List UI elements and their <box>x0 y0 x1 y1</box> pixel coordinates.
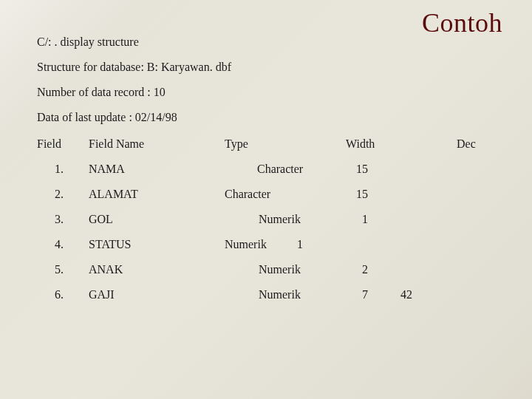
table-row: 6. GAJI Numerik 7 42 <box>37 288 502 313</box>
row-width: 1 <box>362 213 368 226</box>
header-width: Width <box>346 137 375 151</box>
row-field-name: GAJI <box>89 288 115 301</box>
table-row: 2. ALAMAT Character 15 <box>37 188 502 213</box>
table-row: 5. ANAK Numerik 2 <box>37 263 502 288</box>
row-width: 7 <box>362 288 368 301</box>
row-number: 4. <box>55 238 64 251</box>
database-line: Structure for database: B: Karyawan. dbf <box>37 61 231 74</box>
row-type: Numerik <box>259 263 301 276</box>
row-type: Numerik <box>225 238 267 251</box>
row-number: 3. <box>55 213 64 226</box>
header-type: Type <box>225 137 248 151</box>
table-row: 4. STATUS Numerik 1 <box>37 238 502 263</box>
row-type: Numerik <box>259 288 301 301</box>
row-number: 6. <box>55 288 64 301</box>
row-type: Character <box>225 188 270 201</box>
row-width: 15 <box>356 163 368 176</box>
row-type: Character <box>257 163 303 176</box>
row-number: 5. <box>55 263 64 276</box>
header-field: Field <box>37 137 61 151</box>
record-count-line: Number of data record : 10 <box>37 86 166 99</box>
row-width: 15 <box>356 188 368 201</box>
row-field-name: ALAMAT <box>89 188 138 201</box>
slide: Contoh C/: . display structure Structure… <box>0 0 532 399</box>
last-update-line: Data of last update : 02/14/98 <box>37 111 177 124</box>
row-dec: 42 <box>400 288 412 301</box>
row-number: 1. <box>55 163 64 176</box>
header-dec: Dec <box>457 137 476 151</box>
row-width: 2 <box>362 263 368 276</box>
row-field-name: GOL <box>89 213 113 226</box>
row-number: 2. <box>55 188 64 201</box>
row-field-name: ANAK <box>89 263 123 276</box>
slide-title: Contoh <box>422 7 502 38</box>
row-field-name: STATUS <box>89 238 131 251</box>
table-row: 3. GOL Numerik 1 <box>37 213 502 238</box>
row-field-name: NAMA <box>89 163 125 176</box>
row-type: Numerik <box>259 213 301 226</box>
row-width: 1 <box>297 238 303 251</box>
command-line: C/: . display structure <box>37 35 139 49</box>
table-row: 1. NAMA Character 15 <box>37 163 502 188</box>
header-name: Field Name <box>89 137 144 151</box>
